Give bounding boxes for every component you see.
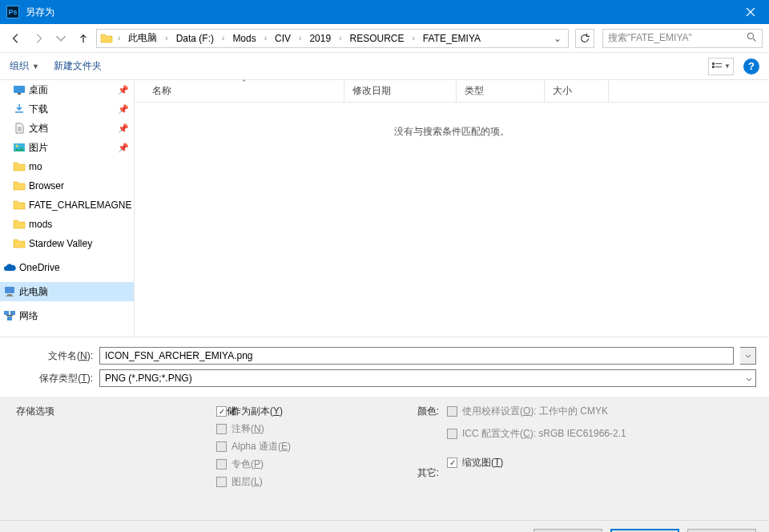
filename-area: 文件名(N): ICON_FSN_ARCHER_EMIYA.png 保存类型(T… bbox=[0, 337, 769, 397]
warning-button[interactable]: 警告 bbox=[533, 529, 602, 533]
pictures-icon bbox=[13, 143, 26, 152]
network-icon bbox=[3, 310, 16, 321]
folder-icon bbox=[13, 180, 26, 191]
checkbox-spot: 专色(P) bbox=[216, 457, 376, 470]
checkbox-icc: ICC 配置文件(C): sRGB IEC61966-2.1 bbox=[447, 427, 655, 440]
checkbox-thumbnail[interactable]: 缩览图(T) bbox=[447, 456, 655, 469]
new-folder-button[interactable]: 新建文件夹 bbox=[54, 59, 102, 73]
sidebar-item-network[interactable]: 网络 bbox=[0, 306, 134, 325]
svg-rect-2 bbox=[712, 66, 715, 68]
sidebar-item-pictures[interactable]: 图片📌 bbox=[0, 138, 134, 157]
help-button[interactable]: ? bbox=[743, 58, 759, 75]
folder-icon bbox=[13, 161, 26, 172]
filename-history-dropdown[interactable] bbox=[740, 347, 756, 365]
view-button[interactable]: ▼ bbox=[708, 58, 734, 75]
chevron-right-icon: › bbox=[261, 34, 270, 42]
crumb-civ[interactable]: CIV bbox=[272, 33, 294, 44]
svg-rect-5 bbox=[14, 86, 25, 93]
svg-rect-10 bbox=[7, 294, 12, 296]
sidebar-item-documents[interactable]: 文档📌 bbox=[0, 119, 134, 138]
checkbox-layers: 图层(L) bbox=[216, 475, 376, 488]
chevron-right-icon: › bbox=[409, 34, 417, 42]
sort-arrow-icon: ⌃ bbox=[241, 79, 248, 87]
cancel-button[interactable]: 取消 bbox=[687, 529, 756, 533]
svg-rect-1 bbox=[712, 62, 715, 65]
crumb-fate[interactable]: FATE_EMIYA bbox=[420, 33, 484, 44]
path-dropdown[interactable]: ⌄ bbox=[550, 33, 565, 44]
back-button[interactable] bbox=[6, 29, 26, 48]
pin-icon: 📌 bbox=[118, 143, 129, 153]
footer: 隐藏文件夹 警告 保存(S) 取消 bbox=[0, 520, 769, 532]
organize-menu[interactable]: 组织 ▼ bbox=[10, 59, 39, 73]
sidebar-item-mods[interactable]: mods bbox=[0, 215, 134, 234]
color-heading: 颜色: bbox=[417, 405, 439, 418]
sidebar-item-downloads[interactable]: 下载📌 bbox=[0, 99, 134, 119]
folder-icon bbox=[13, 200, 26, 211]
sidebar-item-stardew[interactable]: Stardew Valley bbox=[0, 234, 134, 253]
crumb-thispc[interactable]: 此电脑 bbox=[125, 31, 160, 45]
svg-rect-3 bbox=[715, 63, 722, 64]
crumb-resource[interactable]: RESOURCE bbox=[346, 33, 407, 44]
svg-rect-4 bbox=[715, 66, 722, 67]
chevron-right-icon: › bbox=[336, 34, 344, 42]
column-type[interactable]: 类型 bbox=[457, 80, 545, 102]
sidebar-item-mo[interactable]: mo bbox=[0, 157, 134, 176]
save-options-heading: 存储选项 bbox=[16, 405, 192, 418]
crumb-drive[interactable]: Data (F:) bbox=[173, 33, 217, 44]
chevron-down-icon bbox=[746, 373, 752, 384]
svg-rect-13 bbox=[10, 311, 15, 315]
sidebar-item-desktop[interactable]: 桌面📌 bbox=[0, 80, 134, 99]
crumb-2019[interactable]: 2019 bbox=[306, 33, 334, 44]
sidebar-item-onedrive[interactable]: OneDrive bbox=[0, 258, 134, 277]
folder-icon bbox=[13, 219, 26, 230]
save-button[interactable]: 保存(S) bbox=[610, 529, 679, 533]
folder-icon bbox=[13, 238, 26, 249]
sidebar-item-fate[interactable]: FATE_CHARLEMAGNE bbox=[0, 195, 134, 215]
crumb-mods[interactable]: Mods bbox=[229, 33, 259, 44]
svg-point-8 bbox=[16, 145, 18, 147]
sidebar-item-thispc[interactable]: 此电脑 bbox=[0, 282, 134, 301]
save-options-area: 存储选项 存储: 作为副本(Y) 注释(N) Alpha 通道(E) 专色(P)… bbox=[0, 397, 769, 520]
refresh-button[interactable] bbox=[575, 29, 594, 48]
titlebar: Ps 另存为 bbox=[0, 0, 769, 24]
close-button[interactable] bbox=[732, 0, 769, 24]
empty-message: 没有与搜索条件匹配的项。 bbox=[135, 125, 769, 139]
window-title: 另存为 bbox=[26, 6, 54, 19]
chevron-right-icon: › bbox=[296, 34, 304, 42]
search-placeholder: 搜索"FATE_EMIYA" bbox=[608, 31, 692, 45]
sidebar-item-browser[interactable]: Browser bbox=[0, 176, 134, 195]
checkbox-alpha: Alpha 通道(E) bbox=[216, 440, 376, 453]
desktop-icon bbox=[13, 85, 26, 95]
search-icon bbox=[747, 32, 757, 45]
checkbox-as-copy[interactable]: 作为副本(Y) bbox=[216, 405, 376, 417]
onedrive-icon bbox=[3, 264, 16, 272]
column-date[interactable]: 修改日期 bbox=[344, 80, 457, 102]
close-icon bbox=[746, 7, 755, 17]
svg-rect-12 bbox=[4, 311, 9, 315]
body: 桌面📌 下载📌 文档📌 图片📌 mo Browser FATE_CHARLEMA… bbox=[0, 80, 769, 337]
navbar: › 此电脑 › Data (F:) › Mods › CIV › 2019 › … bbox=[0, 24, 769, 53]
forward-button[interactable] bbox=[29, 29, 48, 48]
photoshop-icon: Ps bbox=[6, 6, 19, 18]
other-heading: 其它: bbox=[417, 466, 439, 480]
file-list-header: ⌃名称 修改日期 类型 大小 bbox=[135, 80, 769, 103]
filename-label: 文件名(N): bbox=[13, 349, 93, 363]
column-size[interactable]: 大小 bbox=[545, 80, 609, 102]
filetype-select[interactable]: PNG (*.PNG;*.PNG) bbox=[99, 369, 756, 387]
file-list[interactable]: ⌃名称 修改日期 类型 大小 没有与搜索条件匹配的项。 bbox=[135, 80, 769, 337]
column-name[interactable]: ⌃名称 bbox=[144, 80, 344, 102]
svg-rect-14 bbox=[7, 316, 12, 320]
chevron-right-icon: › bbox=[162, 34, 171, 42]
pin-icon: 📌 bbox=[118, 85, 129, 95]
pin-icon: 📌 bbox=[118, 123, 129, 134]
up-button[interactable] bbox=[74, 29, 93, 48]
svg-rect-9 bbox=[5, 287, 14, 293]
svg-rect-11 bbox=[6, 296, 14, 296]
recent-dropdown[interactable] bbox=[51, 29, 70, 48]
thispc-icon bbox=[3, 286, 16, 297]
search-input[interactable]: 搜索"FATE_EMIYA" bbox=[602, 29, 763, 48]
checkbox-proof: 使用校样设置(O): 工作中的 CMYK bbox=[447, 405, 655, 417]
breadcrumb[interactable]: › 此电脑 › Data (F:) › Mods › CIV › 2019 › … bbox=[96, 29, 569, 48]
sidebar: 桌面📌 下载📌 文档📌 图片📌 mo Browser FATE_CHARLEMA… bbox=[0, 80, 135, 337]
filename-input[interactable]: ICON_FSN_ARCHER_EMIYA.png bbox=[99, 347, 734, 365]
